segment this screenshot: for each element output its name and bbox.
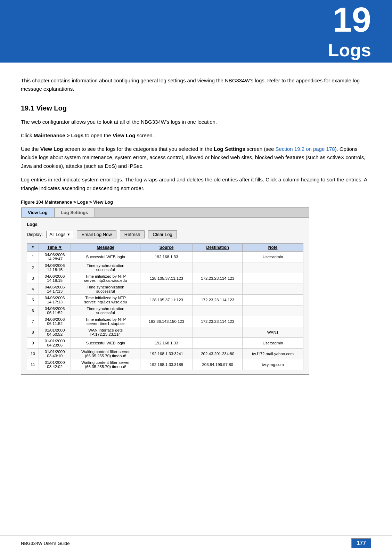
email-log-now-button[interactable]: Email Log Now bbox=[77, 230, 116, 238]
cell-message: WAN interface getsIP:172.23.23.114 bbox=[71, 327, 140, 338]
cell-num: 2 bbox=[27, 262, 39, 273]
cell-num: 1 bbox=[27, 252, 39, 262]
table-row: 304/06/200614:18:15Time initialized by N… bbox=[27, 273, 303, 284]
cell-time: 04/06/200614:18:15 bbox=[39, 273, 71, 284]
table-row: 801/01/200004:50:52WAN interface getsIP:… bbox=[27, 327, 303, 338]
cell-destination bbox=[193, 284, 243, 295]
cell-destination bbox=[193, 327, 243, 338]
cell-message: Successful WEB login bbox=[71, 252, 140, 262]
cell-source bbox=[140, 305, 193, 316]
cell-note bbox=[243, 305, 303, 316]
cell-message: Time synchronizationsuccessful bbox=[71, 262, 140, 273]
figure-label: Figure 104 Maintenance > Logs > View Log bbox=[21, 199, 371, 205]
cell-destination: 172.23.23.114:123 bbox=[193, 295, 243, 305]
cell-note: tw.f172.mail.yahoo.com bbox=[243, 349, 303, 359]
cell-destination bbox=[193, 252, 243, 262]
cell-source: 192.168.1.33:3188 bbox=[140, 359, 193, 370]
table-row: 1101/01/200003:42:02Waiting content filt… bbox=[27, 359, 303, 370]
dropdown-arrow-icon: ▼ bbox=[67, 232, 71, 236]
refresh-button[interactable]: Refresh bbox=[120, 230, 145, 238]
cell-note: WAN1 bbox=[243, 327, 303, 338]
cell-destination: 202.43.201.234:80 bbox=[193, 349, 243, 359]
cell-message: Waiting content filter server(66.35.255.… bbox=[71, 359, 140, 370]
cell-source: 192.168.1.33 bbox=[140, 338, 193, 349]
footer-text: NBG334W User's Guide bbox=[21, 541, 70, 546]
cell-time: 01/01/200004:50:52 bbox=[39, 327, 71, 338]
section-link[interactable]: Section 19.2 on page 178 bbox=[276, 146, 335, 152]
cell-note bbox=[243, 273, 303, 284]
cell-note: User:admin bbox=[243, 338, 303, 349]
para3-bold1: View Log bbox=[40, 146, 63, 152]
cell-num: 4 bbox=[27, 284, 39, 295]
col-time[interactable]: Time ▼ bbox=[39, 244, 71, 252]
main-content: This chapter contains information about … bbox=[0, 63, 392, 395]
table-row: 1001/01/200003:43:10Waiting content filt… bbox=[27, 349, 303, 359]
cell-destination bbox=[193, 305, 243, 316]
col-message[interactable]: Message bbox=[71, 244, 140, 252]
para3-bold2: Log Settings bbox=[214, 146, 245, 152]
cell-num: 9 bbox=[27, 338, 39, 349]
cell-note bbox=[243, 262, 303, 273]
para1: The web configurator allows you to look … bbox=[21, 118, 371, 126]
col-note[interactable]: Note bbox=[243, 244, 303, 252]
chapter-title: Logs bbox=[328, 40, 371, 60]
chapter-header: 19 Logs bbox=[0, 0, 392, 63]
toolbar: Display: All Logs ▼ Email Log Now Refres… bbox=[27, 230, 303, 238]
cell-time: 04/06/200614:18:15 bbox=[39, 262, 71, 273]
col-destination[interactable]: Destination bbox=[193, 244, 243, 252]
display-select[interactable]: All Logs ▼ bbox=[46, 231, 73, 238]
cell-source: 192.36.143.150:123 bbox=[140, 316, 193, 327]
section-title: 19.1 View Log bbox=[21, 104, 371, 112]
para4: Log entries in red indicate system error… bbox=[21, 176, 371, 193]
display-label: Display: bbox=[27, 232, 43, 237]
cell-num: 3 bbox=[27, 273, 39, 284]
cell-num: 6 bbox=[27, 305, 39, 316]
table-header-row: # Time ▼ Message Source Destination Note bbox=[27, 244, 303, 252]
intro-paragraph: This chapter contains information about … bbox=[21, 76, 371, 93]
panel-section-label: Logs bbox=[27, 222, 303, 227]
cell-message: Time synchronizationsuccessful bbox=[71, 305, 140, 316]
cell-message: Time initialized by NTPserver: ntp3.cs.w… bbox=[71, 295, 140, 305]
cell-num: 8 bbox=[27, 327, 39, 338]
cell-message: Waiting content filter server(66.35.255.… bbox=[71, 349, 140, 359]
chapter-number: 19 bbox=[333, 2, 371, 37]
cell-time: 04/06/200614:28:47 bbox=[39, 252, 71, 262]
cell-message: Successful WEB login bbox=[71, 338, 140, 349]
cell-time: 04/06/200614:17:13 bbox=[39, 284, 71, 295]
col-source[interactable]: Source bbox=[140, 244, 193, 252]
para2: Click Maintenance > Logs to open the Vie… bbox=[21, 131, 371, 140]
cell-source: 192.168.1.33 bbox=[140, 252, 193, 262]
tab-log-settings[interactable]: Log Settings bbox=[54, 208, 95, 217]
table-row: 204/06/200614:18:15Time synchronizations… bbox=[27, 262, 303, 273]
cell-destination bbox=[193, 338, 243, 349]
cell-time: 04/06/200606:11:52 bbox=[39, 305, 71, 316]
cell-num: 5 bbox=[27, 295, 39, 305]
para2-bold2: View Log bbox=[113, 132, 136, 138]
cell-time: 01/01/200003:42:02 bbox=[39, 359, 71, 370]
cell-source bbox=[140, 262, 193, 273]
tab-view-log[interactable]: View Log bbox=[21, 208, 54, 217]
page-number: 177 bbox=[351, 538, 371, 548]
clear-log-button[interactable]: Clear Log bbox=[148, 230, 177, 238]
cell-destination: 172.23.23.114:123 bbox=[193, 273, 243, 284]
cell-time: 04/06/200606:11:52 bbox=[39, 316, 71, 327]
table-row: 604/06/200606:11:52Time synchronizations… bbox=[27, 305, 303, 316]
cell-source: 192.168.1.33:3241 bbox=[140, 349, 193, 359]
cell-source bbox=[140, 327, 193, 338]
table-row: 901/01/200004:23:06Successful WEB login1… bbox=[27, 338, 303, 349]
cell-note bbox=[243, 295, 303, 305]
cell-num: 7 bbox=[27, 316, 39, 327]
cell-time: 01/01/200004:23:06 bbox=[39, 338, 71, 349]
col-num: # bbox=[27, 244, 39, 252]
panel-tabs: View Log Log Settings bbox=[21, 208, 309, 218]
table-row: 704/06/200606:11:52Time initialized by N… bbox=[27, 316, 303, 327]
cell-time: 04/06/200614:17:13 bbox=[39, 295, 71, 305]
cell-note: User:admin bbox=[243, 252, 303, 262]
para2-bold1: Maintenance > Logs bbox=[34, 132, 84, 138]
page-footer: NBG334W User's Guide 177 bbox=[0, 535, 392, 548]
table-row: 104/06/200614:28:47Successful WEB login1… bbox=[27, 252, 303, 262]
cell-note bbox=[243, 316, 303, 327]
cell-note bbox=[243, 284, 303, 295]
para3: Use the View Log screen to see the logs … bbox=[21, 145, 371, 171]
cell-num: 11 bbox=[27, 359, 39, 370]
